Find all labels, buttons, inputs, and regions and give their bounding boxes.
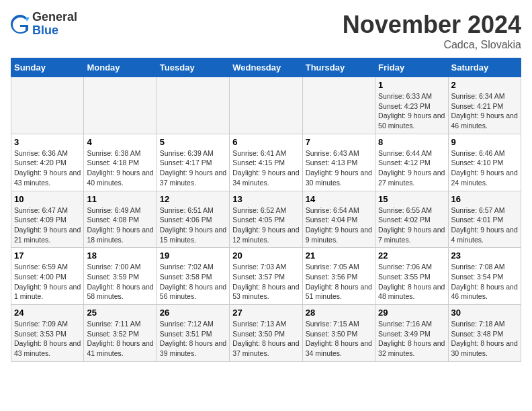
day-info: Sunrise: 7:03 AM Sunset: 3:57 PM Dayligh… bbox=[232, 262, 299, 302]
day-number: 8 bbox=[378, 137, 445, 147]
logo-general-text: General bbox=[32, 11, 77, 24]
day-info: Sunrise: 7:15 AM Sunset: 3:50 PM Dayligh… bbox=[306, 319, 372, 359]
day-number: 7 bbox=[306, 137, 372, 147]
day-number: 19 bbox=[160, 250, 226, 261]
calendar-body: 1Sunrise: 6:33 AM Sunset: 4:23 PM Daylig… bbox=[11, 77, 521, 362]
calendar-cell: 2Sunrise: 6:34 AM Sunset: 4:21 PM Daylig… bbox=[448, 77, 521, 134]
logo-text: General Blue bbox=[32, 11, 77, 38]
day-header-sunday: Sunday bbox=[11, 58, 84, 77]
day-info: Sunrise: 7:02 AM Sunset: 3:58 PM Dayligh… bbox=[160, 262, 226, 302]
calendar-cell: 25Sunrise: 7:11 AM Sunset: 3:52 PM Dayli… bbox=[84, 305, 157, 362]
day-number: 26 bbox=[160, 308, 226, 318]
day-info: Sunrise: 6:39 AM Sunset: 4:17 PM Dayligh… bbox=[160, 148, 226, 188]
day-number: 3 bbox=[14, 137, 81, 147]
calendar-cell: 15Sunrise: 6:55 AM Sunset: 4:02 PM Dayli… bbox=[375, 191, 448, 248]
day-info: Sunrise: 6:54 AM Sunset: 4:04 PM Dayligh… bbox=[306, 205, 372, 245]
day-info: Sunrise: 6:36 AM Sunset: 4:20 PM Dayligh… bbox=[14, 148, 81, 188]
calendar-cell: 4Sunrise: 6:38 AM Sunset: 4:18 PM Daylig… bbox=[84, 134, 157, 191]
logo: General Blue bbox=[11, 11, 77, 38]
day-info: Sunrise: 7:05 AM Sunset: 3:56 PM Dayligh… bbox=[306, 262, 372, 302]
day-number: 25 bbox=[87, 308, 153, 318]
calendar-cell: 12Sunrise: 6:51 AM Sunset: 4:06 PM Dayli… bbox=[157, 191, 229, 248]
day-info: Sunrise: 7:06 AM Sunset: 3:55 PM Dayligh… bbox=[378, 262, 445, 302]
day-info: Sunrise: 7:18 AM Sunset: 3:48 PM Dayligh… bbox=[451, 319, 518, 359]
calendar-cell: 23Sunrise: 7:08 AM Sunset: 3:54 PM Dayli… bbox=[448, 248, 521, 305]
title-block: November 2024 Cadca, Slovakia bbox=[343, 11, 521, 51]
calendar-cell bbox=[157, 77, 229, 134]
day-info: Sunrise: 6:43 AM Sunset: 4:13 PM Dayligh… bbox=[306, 148, 372, 188]
day-header-tuesday: Tuesday bbox=[157, 58, 229, 77]
day-info: Sunrise: 7:12 AM Sunset: 3:51 PM Dayligh… bbox=[160, 319, 226, 359]
calendar-week-1: 1Sunrise: 6:33 AM Sunset: 4:23 PM Daylig… bbox=[11, 77, 521, 134]
day-number: 30 bbox=[451, 308, 518, 318]
day-number: 23 bbox=[451, 250, 518, 261]
day-number: 16 bbox=[451, 194, 518, 204]
day-info: Sunrise: 6:59 AM Sunset: 4:00 PM Dayligh… bbox=[14, 262, 81, 302]
day-info: Sunrise: 6:55 AM Sunset: 4:02 PM Dayligh… bbox=[378, 205, 445, 245]
calendar-cell: 22Sunrise: 7:06 AM Sunset: 3:55 PM Dayli… bbox=[375, 248, 448, 305]
day-number: 24 bbox=[14, 308, 81, 318]
day-info: Sunrise: 7:09 AM Sunset: 3:53 PM Dayligh… bbox=[14, 319, 81, 359]
calendar-cell: 27Sunrise: 7:13 AM Sunset: 3:50 PM Dayli… bbox=[230, 305, 302, 362]
day-number: 6 bbox=[232, 137, 299, 147]
location: Cadca, Slovakia bbox=[343, 39, 521, 51]
day-number: 4 bbox=[87, 137, 153, 147]
day-header-wednesday: Wednesday bbox=[230, 58, 302, 77]
calendar-cell: 26Sunrise: 7:12 AM Sunset: 3:51 PM Dayli… bbox=[157, 305, 229, 362]
day-number: 20 bbox=[232, 250, 299, 261]
day-header-saturday: Saturday bbox=[448, 58, 521, 77]
day-info: Sunrise: 6:52 AM Sunset: 4:05 PM Dayligh… bbox=[232, 205, 299, 245]
day-number: 15 bbox=[378, 194, 445, 204]
calendar-cell: 9Sunrise: 6:46 AM Sunset: 4:10 PM Daylig… bbox=[448, 134, 521, 191]
calendar-week-4: 17Sunrise: 6:59 AM Sunset: 4:00 PM Dayli… bbox=[11, 248, 521, 305]
day-info: Sunrise: 6:34 AM Sunset: 4:21 PM Dayligh… bbox=[451, 91, 518, 131]
day-number: 11 bbox=[87, 194, 153, 204]
day-number: 13 bbox=[232, 194, 299, 204]
day-info: Sunrise: 6:33 AM Sunset: 4:23 PM Dayligh… bbox=[378, 91, 445, 131]
day-number: 2 bbox=[451, 80, 518, 90]
day-header-monday: Monday bbox=[84, 58, 157, 77]
calendar-cell: 21Sunrise: 7:05 AM Sunset: 3:56 PM Dayli… bbox=[302, 248, 375, 305]
day-number: 21 bbox=[306, 250, 372, 261]
calendar-cell bbox=[230, 77, 302, 134]
calendar-cell: 19Sunrise: 7:02 AM Sunset: 3:58 PM Dayli… bbox=[157, 248, 229, 305]
day-number: 9 bbox=[451, 137, 518, 147]
calendar-cell: 6Sunrise: 6:41 AM Sunset: 4:15 PM Daylig… bbox=[230, 134, 302, 191]
day-number: 27 bbox=[232, 308, 299, 318]
calendar-cell: 7Sunrise: 6:43 AM Sunset: 4:13 PM Daylig… bbox=[302, 134, 375, 191]
calendar-cell: 18Sunrise: 7:00 AM Sunset: 3:59 PM Dayli… bbox=[84, 248, 157, 305]
header-row: SundayMondayTuesdayWednesdayThursdayFrid… bbox=[11, 58, 521, 77]
day-info: Sunrise: 6:51 AM Sunset: 4:06 PM Dayligh… bbox=[160, 205, 226, 245]
day-number: 29 bbox=[378, 308, 445, 318]
calendar-cell: 24Sunrise: 7:09 AM Sunset: 3:53 PM Dayli… bbox=[11, 305, 84, 362]
day-info: Sunrise: 6:41 AM Sunset: 4:15 PM Dayligh… bbox=[232, 148, 299, 188]
calendar-cell: 5Sunrise: 6:39 AM Sunset: 4:17 PM Daylig… bbox=[157, 134, 229, 191]
month-title: November 2024 bbox=[343, 11, 521, 39]
day-info: Sunrise: 7:08 AM Sunset: 3:54 PM Dayligh… bbox=[451, 262, 518, 302]
day-number: 10 bbox=[14, 194, 81, 204]
day-number: 17 bbox=[14, 250, 81, 261]
day-info: Sunrise: 6:38 AM Sunset: 4:18 PM Dayligh… bbox=[87, 148, 153, 188]
day-info: Sunrise: 7:00 AM Sunset: 3:59 PM Dayligh… bbox=[87, 262, 153, 302]
day-header-thursday: Thursday bbox=[302, 58, 375, 77]
page-header: General Blue November 2024 Cadca, Slovak… bbox=[11, 11, 521, 51]
calendar-cell: 29Sunrise: 7:16 AM Sunset: 3:49 PM Dayli… bbox=[375, 305, 448, 362]
calendar-cell bbox=[84, 77, 157, 134]
day-info: Sunrise: 7:11 AM Sunset: 3:52 PM Dayligh… bbox=[87, 319, 153, 359]
day-info: Sunrise: 7:16 AM Sunset: 3:49 PM Dayligh… bbox=[378, 319, 445, 359]
calendar-cell: 3Sunrise: 6:36 AM Sunset: 4:20 PM Daylig… bbox=[11, 134, 84, 191]
day-header-friday: Friday bbox=[375, 58, 448, 77]
day-number: 22 bbox=[378, 250, 445, 261]
calendar-cell bbox=[302, 77, 375, 134]
day-info: Sunrise: 7:13 AM Sunset: 3:50 PM Dayligh… bbox=[232, 319, 299, 359]
day-number: 5 bbox=[160, 137, 226, 147]
calendar-week-5: 24Sunrise: 7:09 AM Sunset: 3:53 PM Dayli… bbox=[11, 305, 521, 362]
calendar-header: SundayMondayTuesdayWednesdayThursdayFrid… bbox=[11, 58, 521, 77]
calendar-cell: 17Sunrise: 6:59 AM Sunset: 4:00 PM Dayli… bbox=[11, 248, 84, 305]
logo-blue-text: Blue bbox=[32, 24, 77, 38]
calendar-cell bbox=[11, 77, 84, 134]
day-number: 1 bbox=[378, 80, 445, 90]
day-info: Sunrise: 6:46 AM Sunset: 4:10 PM Dayligh… bbox=[451, 148, 518, 188]
day-info: Sunrise: 6:49 AM Sunset: 4:08 PM Dayligh… bbox=[87, 205, 153, 245]
calendar-cell: 10Sunrise: 6:47 AM Sunset: 4:09 PM Dayli… bbox=[11, 191, 84, 248]
